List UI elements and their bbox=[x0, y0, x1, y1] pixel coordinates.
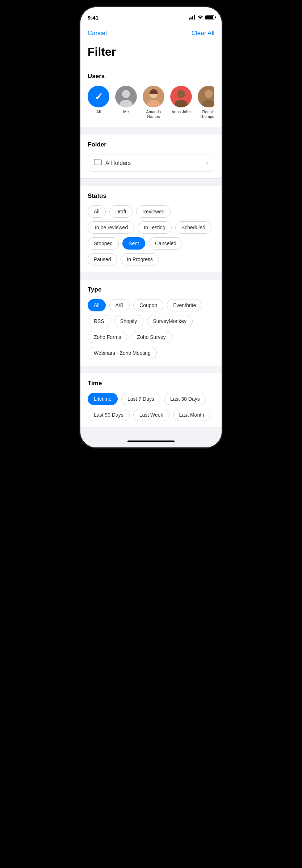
status-section: Status All Draft Reviewed To be reviewed… bbox=[80, 186, 222, 272]
type-label: Type bbox=[88, 286, 214, 293]
signal-icon bbox=[189, 15, 195, 20]
users-section: Users ✓ All Me bbox=[80, 66, 222, 127]
user-amanda[interactable]: Amanda Ramos bbox=[143, 86, 164, 119]
user-me[interactable]: Me bbox=[115, 86, 137, 119]
avatar-me bbox=[115, 86, 137, 107]
time-pill-last90days[interactable]: Last 90 Days bbox=[88, 409, 130, 421]
status-pill-stopped[interactable]: Stopped bbox=[88, 237, 119, 250]
status-pill-paused[interactable]: Paused bbox=[88, 253, 117, 265]
time-section: Time Lifetime Last 7 Days Last 30 Days L… bbox=[80, 373, 222, 427]
status-icons bbox=[189, 15, 214, 20]
avatar-anna bbox=[170, 86, 192, 107]
status-pill-draft[interactable]: Draft bbox=[109, 205, 133, 218]
section-gap-1 bbox=[80, 127, 222, 135]
top-nav: Cancel Clear All bbox=[80, 25, 222, 42]
status-bar: 9:41 bbox=[80, 7, 222, 25]
type-pill-zoho-forms[interactable]: Zoho Forms bbox=[88, 331, 127, 343]
time-pill-lifetime[interactable]: Lifetime bbox=[88, 393, 118, 405]
user-name-all: All bbox=[96, 110, 101, 114]
folder-left: All folders bbox=[94, 159, 131, 167]
time-pill-last30days[interactable]: Last 30 Days bbox=[164, 393, 206, 405]
users-row: ✓ All Me bbox=[88, 86, 214, 120]
folder-icon bbox=[94, 159, 102, 167]
type-section: Type All A/B Coupon Eventbrite RSS Shopi… bbox=[80, 280, 222, 366]
status-pill-to-be-reviewed[interactable]: To be reviewed bbox=[88, 221, 134, 234]
status-pill-canceled[interactable]: Canceled bbox=[149, 237, 183, 250]
type-pill-zoho-survey[interactable]: Zoho Survey bbox=[131, 331, 172, 343]
phone-frame: 9:41 Cancel Clear All Filter Users bbox=[80, 7, 222, 447]
svg-point-1 bbox=[122, 90, 130, 98]
time-label: Time bbox=[88, 380, 214, 387]
section-gap-4 bbox=[80, 366, 222, 373]
page-title-area: Filter bbox=[80, 42, 222, 66]
battery-icon bbox=[205, 15, 214, 20]
section-gap-5 bbox=[80, 428, 222, 435]
section-gap-2 bbox=[80, 179, 222, 186]
type-pill-shopify[interactable]: Shopify bbox=[114, 315, 143, 327]
page-title: Filter bbox=[88, 45, 214, 59]
user-ronald[interactable]: Ronald Thomps... bbox=[198, 86, 214, 119]
user-name-me: Me bbox=[123, 110, 129, 114]
type-pills: All A/B Coupon Eventbrite RSS Shopify Su… bbox=[88, 299, 214, 359]
status-pill-sent[interactable]: Sent bbox=[122, 237, 145, 250]
folder-section: Folder All folders › bbox=[80, 135, 222, 178]
status-pill-reviewed[interactable]: Reviewed bbox=[136, 205, 171, 218]
home-indicator bbox=[80, 435, 222, 447]
type-pill-all[interactable]: All bbox=[88, 299, 106, 311]
status-pills: All Draft Reviewed To be reviewed In Tes… bbox=[88, 205, 214, 265]
type-pill-rss[interactable]: RSS bbox=[88, 315, 110, 327]
status-pill-in-testing[interactable]: In Testing bbox=[138, 221, 172, 234]
type-pill-ab[interactable]: A/B bbox=[109, 299, 130, 311]
status-label: Status bbox=[88, 192, 214, 200]
clear-all-button[interactable]: Clear All bbox=[192, 30, 214, 37]
chevron-right-icon: › bbox=[206, 159, 208, 167]
cancel-button[interactable]: Cancel bbox=[88, 30, 107, 37]
time-pill-lastweek[interactable]: Last Week bbox=[133, 409, 169, 421]
avatar-amanda bbox=[143, 86, 164, 107]
avatar-all: ✓ bbox=[88, 86, 109, 107]
type-pill-webinars[interactable]: Webinars - Zoho Meeting bbox=[88, 347, 157, 359]
home-bar bbox=[127, 441, 175, 442]
user-all[interactable]: ✓ All bbox=[88, 86, 109, 119]
folder-value: All folders bbox=[105, 160, 131, 166]
time-pill-last7days[interactable]: Last 7 Days bbox=[121, 393, 160, 405]
type-pill-eventbrite[interactable]: Eventbrite bbox=[167, 299, 202, 311]
user-name-ronald: Ronald Thomps... bbox=[198, 110, 214, 119]
avatar-ronald bbox=[198, 86, 214, 107]
time-pill-lastmonth[interactable]: Last Month bbox=[173, 409, 210, 421]
type-pill-surveymonkey[interactable]: SurveyMonkey bbox=[147, 315, 193, 327]
user-anna[interactable]: Anna John bbox=[170, 86, 192, 119]
folder-label: Folder bbox=[88, 141, 214, 148]
status-time: 9:41 bbox=[88, 14, 98, 21]
svg-point-7 bbox=[177, 90, 185, 98]
svg-point-10 bbox=[205, 90, 213, 98]
user-name-amanda: Amanda Ramos bbox=[143, 110, 164, 119]
status-pill-scheduled[interactable]: Scheduled bbox=[175, 221, 211, 234]
type-pill-coupon[interactable]: Coupon bbox=[133, 299, 163, 311]
time-pills: Lifetime Last 7 Days Last 30 Days Last 9… bbox=[88, 393, 214, 421]
status-pill-all[interactable]: All bbox=[88, 205, 106, 218]
user-name-anna: Anna John bbox=[172, 110, 191, 114]
users-label: Users bbox=[88, 73, 214, 80]
folder-selector[interactable]: All folders › bbox=[88, 154, 214, 172]
status-pill-in-progress[interactable]: In Progress bbox=[121, 253, 159, 265]
wifi-icon bbox=[197, 15, 203, 20]
check-icon: ✓ bbox=[95, 91, 103, 103]
section-gap-3 bbox=[80, 272, 222, 280]
